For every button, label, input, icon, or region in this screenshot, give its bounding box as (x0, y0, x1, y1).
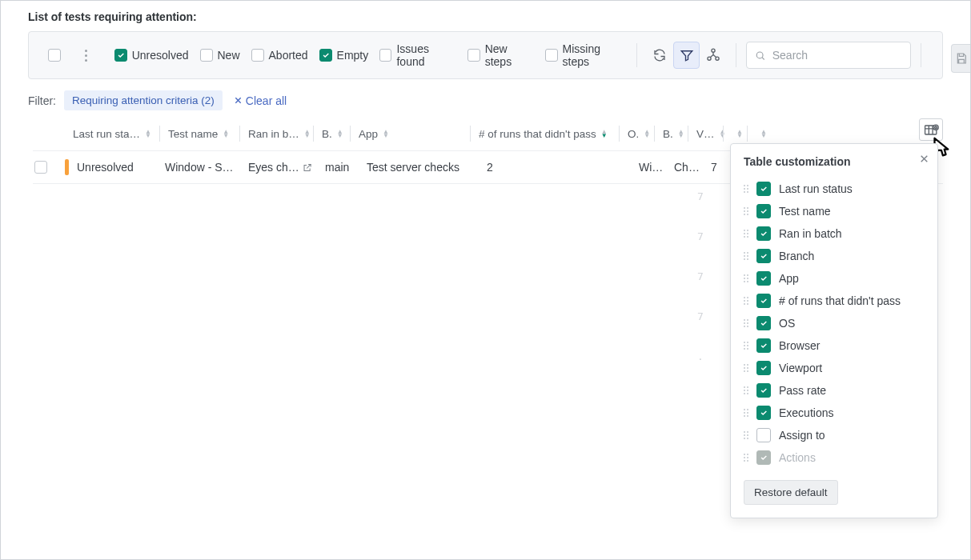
column-header[interactable]: B.▲▼ (654, 126, 688, 142)
drag-handle-icon[interactable] (744, 252, 748, 260)
column-toggle-os[interactable]: OS (731, 312, 937, 334)
drag-handle-icon[interactable] (744, 409, 748, 417)
sort-icon: ▲▼ (304, 130, 311, 138)
column-toggle-branch[interactable]: Branch (731, 245, 937, 267)
drag-handle-icon[interactable] (744, 386, 748, 394)
column-toggle-pass-rate[interactable]: Pass rate (731, 379, 937, 402)
filter-icon[interactable] (673, 42, 700, 69)
drag-handle-icon[interactable] (744, 207, 748, 215)
sort-icon: ▲▼ (383, 130, 389, 138)
row-checkbox[interactable] (34, 161, 47, 174)
column-header[interactable]: App▲▼ (350, 126, 470, 142)
column-name: Test name (779, 205, 831, 218)
status-filter-new-steps[interactable]: New steps (467, 42, 534, 68)
column-name: Branch (779, 250, 814, 262)
column-name: Pass rate (779, 384, 826, 397)
checkbox-icon (756, 182, 771, 196)
search-field[interactable] (771, 48, 902, 62)
column-toggle-executions[interactable]: Executions (731, 402, 937, 424)
column-header[interactable]: V…▲▼ (688, 126, 723, 142)
checkbox-icon (756, 271, 771, 286)
status-filter-new[interactable]: New (200, 42, 240, 68)
toolbar: UnresolvedNewAbortedEmptyIssues foundNew… (28, 31, 943, 79)
status-filters: UnresolvedNewAbortedEmptyIssues foundNew… (114, 42, 627, 68)
bulk-actions-menu[interactable] (82, 46, 90, 65)
cell-runs: 2 (480, 161, 632, 174)
column-header[interactable]: B.▲▼ (313, 126, 350, 142)
column-header[interactable]: O.▲▼ (619, 126, 654, 142)
search-input[interactable] (746, 42, 911, 69)
column-name: Actions (779, 451, 816, 464)
column-header[interactable]: # of runs that didn't pass▲▼ (470, 126, 619, 142)
column-header[interactable]: ▲▼ (723, 126, 747, 142)
checkbox-icon (319, 49, 332, 62)
sort-icon: ▲▼ (678, 130, 684, 138)
drag-handle-icon[interactable] (744, 274, 748, 282)
drag-handle-icon[interactable] (744, 319, 748, 327)
table-customization-popover: Table customization Last run status Test… (730, 143, 938, 518)
save-icon[interactable] (951, 44, 970, 73)
cell-branch: main (319, 161, 360, 174)
sort-icon: ▲▼ (760, 130, 767, 138)
column-name: Viewport (779, 362, 822, 374)
checkbox-icon (200, 49, 213, 62)
column-toggle-assign-to[interactable]: Assign to (731, 424, 937, 446)
checkbox-icon (756, 406, 771, 420)
column-name: Ran in batch (779, 227, 842, 240)
column-headers: Last run sta…▲▼Test name▲▼Ran in b…▲▼B.▲… (33, 122, 943, 146)
status-filter-aborted[interactable]: Aborted (251, 42, 308, 68)
select-all-checkbox[interactable] (48, 49, 61, 62)
sort-icon: ▲▼ (601, 130, 608, 138)
popover-title: Table customization (731, 155, 937, 178)
checkbox-icon (756, 226, 771, 241)
column-toggle-ran-in-batch[interactable]: Ran in batch (731, 222, 937, 245)
drag-handle-icon[interactable] (744, 454, 748, 462)
status-filter-missing-steps[interactable]: Missing steps (545, 42, 626, 68)
group-icon[interactable] (700, 42, 726, 69)
status-filter-unresolved[interactable]: Unresolved (114, 42, 189, 68)
column-toggle-test-name[interactable]: Test name (731, 200, 937, 222)
filter-label: Filter: (28, 94, 56, 107)
drag-handle-icon[interactable] (744, 297, 748, 305)
svg-point-0 (712, 49, 715, 52)
drag-handle-icon[interactable] (744, 185, 748, 193)
column-toggle-browser[interactable]: Browser (731, 334, 937, 357)
cell-batch[interactable]: Eyes ch… (242, 161, 319, 174)
separator (636, 43, 637, 67)
checkbox-icon (251, 49, 264, 62)
column-header[interactable]: Test name▲▼ (159, 126, 239, 142)
checkbox-icon (756, 204, 771, 218)
clear-filters-button[interactable]: Clear all (234, 94, 287, 107)
column-toggle-app[interactable]: App (731, 267, 937, 290)
drag-handle-icon[interactable] (744, 364, 748, 372)
status-filter-issues-found[interactable]: Issues found (379, 42, 456, 68)
column-header[interactable]: Last run sta…▲▼ (65, 126, 159, 142)
checkbox-icon (756, 294, 771, 308)
external-link-icon (303, 162, 312, 174)
drag-handle-icon[interactable] (744, 342, 748, 350)
checkbox-icon (545, 49, 557, 62)
sort-icon: ▲▼ (644, 130, 650, 138)
drag-handle-icon[interactable] (744, 431, 748, 439)
separator (736, 43, 736, 67)
close-icon[interactable] (919, 154, 929, 166)
column-header[interactable]: Ran in b…▲▼ (239, 126, 313, 142)
checkbox-icon (756, 361, 771, 375)
column-toggle-viewport[interactable]: Viewport (731, 357, 937, 379)
checkbox-icon (756, 383, 771, 398)
column-header[interactable]: ▲▼ (747, 126, 771, 142)
refresh-icon[interactable] (647, 42, 673, 69)
filter-chip[interactable]: Requiring attention criteria (2) (64, 90, 223, 110)
cell-os: Wi… (632, 161, 668, 174)
checkbox-icon (756, 316, 771, 330)
column-name: Last run status (779, 182, 853, 195)
column-toggle-last-run-status[interactable]: Last run status (731, 178, 937, 200)
status-filter-empty[interactable]: Empty (319, 42, 369, 68)
status-label: Unresolved (132, 49, 189, 62)
cell-browser: Ch… (668, 161, 704, 174)
column-toggle--of-runs-that-didn-t-pass[interactable]: # of runs that didn't pass (731, 290, 937, 312)
restore-default-button[interactable]: Restore default (744, 480, 838, 505)
cell-app: Test server checks (360, 161, 480, 174)
checkbox-icon (756, 428, 771, 442)
drag-handle-icon[interactable] (744, 230, 748, 238)
